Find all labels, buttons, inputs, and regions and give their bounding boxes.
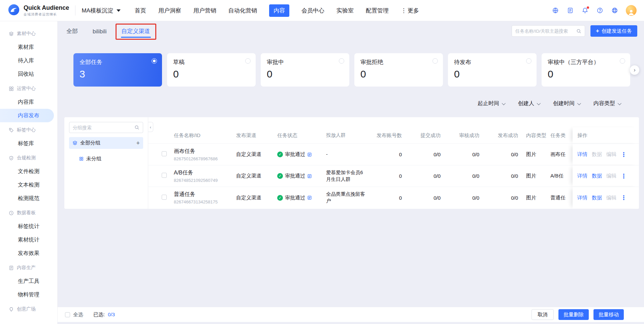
row-checkbox[interactable] — [162, 151, 167, 156]
help-icon[interactable] — [596, 7, 604, 14]
data-link[interactable]: 数据 — [592, 173, 602, 179]
search-icon[interactable] — [134, 125, 139, 130]
add-group-icon[interactable]: + — [136, 140, 140, 146]
detail-link[interactable]: 详情 — [577, 151, 587, 158]
batch-move-button[interactable]: 批量移动 — [593, 309, 624, 320]
sidebar-item-text-check[interactable]: 文本检测 — [0, 178, 57, 192]
brand: Quick Audience 全域消费者运营增长 — [7, 3, 69, 18]
sidebar-section-tag-center[interactable]: 标签中心 — [0, 123, 57, 137]
top-nav: 首页 用户洞察 用户营销 自动化营销 内容 会员中心 实验室 配置管理 ⋮ 更多 — [135, 4, 419, 17]
service-icon[interactable] — [552, 7, 559, 14]
status-card-rejected[interactable]: 审批拒绝 0 — [354, 53, 443, 87]
language-icon[interactable] — [611, 7, 618, 14]
cancel-button[interactable]: 取消 — [532, 309, 554, 320]
more-actions-icon[interactable]: ⋮ — [621, 194, 627, 201]
accounts-count: 0 — [368, 152, 404, 157]
tab-bilibili[interactable]: bilibili — [92, 22, 107, 41]
status-card-approving[interactable]: 审批中 0 — [261, 53, 349, 87]
sidebar-item-pending-storage[interactable]: 待入库 — [0, 54, 57, 67]
card-count: 3 — [79, 68, 156, 80]
sidebar-item-material-stats[interactable]: 素材统计 — [0, 233, 57, 247]
batch-delete-button[interactable]: 批量删除 — [558, 309, 589, 320]
filter-date-range[interactable]: 起止时间 — [478, 100, 505, 107]
sidebar-item-check-rules[interactable]: 检测规范 — [0, 192, 57, 205]
detail-link[interactable]: 详情 — [577, 195, 587, 201]
more-actions-icon[interactable]: ⋮ — [621, 151, 627, 158]
section-title: 创意广场 — [17, 306, 36, 312]
sidebar-item-tag-stats[interactable]: 标签统计 — [0, 220, 57, 233]
task-search-input[interactable] — [515, 29, 574, 34]
approval-record-icon[interactable] — [307, 195, 312, 200]
data-link[interactable]: 数据 — [592, 195, 602, 201]
detail-link[interactable]: 详情 — [577, 173, 587, 179]
radio-icon[interactable] — [245, 58, 251, 64]
nav-marketing-automation[interactable]: 自动化营销 — [228, 7, 257, 14]
sidebar-section-material-center[interactable]: 素材中心 — [0, 27, 57, 40]
more-actions-icon[interactable]: ⋮ — [621, 172, 627, 180]
search-icon[interactable] — [576, 29, 581, 34]
approval-record-icon[interactable] — [307, 174, 312, 179]
filter-content-type[interactable]: 内容类型 — [593, 100, 620, 107]
workspace-selector[interactable]: MA模板沉淀 — [82, 7, 121, 14]
filter-label: 创建时间 — [553, 100, 575, 107]
nav-content[interactable]: 内容 — [269, 4, 289, 17]
sidebar-item-content-library[interactable]: 内容库 — [0, 95, 57, 109]
tab-custom-channel[interactable]: 自定义渠道 — [121, 21, 151, 41]
filter-create-time[interactable]: 创建时间 — [553, 100, 580, 107]
published-count: 0/0 — [481, 195, 520, 201]
create-send-task-label: 创建发送任务 — [602, 28, 632, 34]
radio-icon[interactable] — [432, 58, 438, 64]
status-card-pending-publish[interactable]: 待发布 0 — [448, 53, 537, 87]
sidebar-section-compliance[interactable]: 合规检测 — [0, 151, 57, 165]
row-checkbox[interactable] — [162, 173, 167, 178]
radio-selected-icon[interactable] — [152, 58, 157, 64]
row-checkbox[interactable] — [162, 195, 167, 200]
app-name: Quick Audience — [24, 4, 69, 11]
tab-all[interactable]: 全部 — [66, 21, 78, 41]
sidebar-item-material-management[interactable]: 物料管理 — [0, 288, 57, 301]
status-card-third-party-review[interactable]: 审核中（三方平台） 0 — [542, 53, 630, 87]
sidebar-section-dashboard[interactable]: 数据看板 — [0, 206, 57, 220]
group-search-input[interactable] — [73, 125, 132, 130]
radio-icon[interactable] — [526, 58, 532, 64]
create-send-task-button[interactable]: + 创建发送任务 — [590, 25, 637, 37]
document-icon[interactable] — [567, 7, 574, 14]
nav-home[interactable]: 首页 — [135, 7, 146, 14]
approval-record-icon[interactable] — [307, 152, 312, 157]
table-row: A/B任务 826748521092560749 自定义渠道 ✓ 审批通过 爱慕… — [148, 165, 639, 187]
sidebar-section-creative-plaza[interactable]: 创意广场 — [0, 302, 57, 316]
nav-member-center[interactable]: 会员中心 — [301, 7, 324, 14]
notification-badge — [587, 6, 589, 9]
sidebar-item-recycle-bin[interactable]: 回收站 — [0, 67, 57, 81]
nav-user-insight[interactable]: 用户洞察 — [158, 7, 181, 14]
sidebar-item-production-tools[interactable]: 生产工具 — [0, 274, 57, 288]
user-avatar[interactable] — [626, 5, 637, 16]
status-card-all-tasks[interactable]: 全部任务 3 — [73, 53, 162, 87]
filter-creator[interactable]: 创建人 — [518, 100, 540, 107]
nav-user-marketing[interactable]: 用户营销 — [193, 7, 216, 14]
card-count: 0 — [548, 68, 624, 80]
audience: 爱慕爱加卡会员6月生日人群 — [326, 169, 368, 183]
nav-lab[interactable]: 实验室 — [336, 7, 354, 14]
radio-icon[interactable] — [620, 58, 625, 64]
notifications-icon[interactable] — [581, 7, 589, 14]
select-all-label: 全选 — [73, 312, 83, 318]
filter-label: 创建人 — [518, 100, 534, 107]
group-item-ungrouped[interactable]: 未分组 — [69, 153, 143, 165]
select-all-checkbox[interactable] — [65, 312, 70, 317]
nav-more[interactable]: ⋮ 更多 — [401, 7, 419, 14]
sidebar-section-operation-center[interactable]: 运营中心 — [0, 82, 57, 95]
reviewed-count: 0/0 — [443, 152, 481, 157]
status-card-draft[interactable]: 草稿 0 — [167, 53, 256, 87]
group-item-all[interactable]: 全部分组 + — [69, 137, 143, 149]
cards-scroll-right-button[interactable]: › — [630, 65, 639, 75]
sidebar-item-content-publish[interactable]: 内容发布 — [0, 109, 54, 122]
sidebar-section-content-production[interactable]: 内容生产 — [0, 261, 57, 274]
nav-config[interactable]: 配置管理 — [366, 7, 389, 14]
sidebar-item-tag-library[interactable]: 标签库 — [0, 137, 57, 150]
collapse-group-panel-button[interactable]: ‹ — [148, 122, 153, 132]
sidebar-item-file-check[interactable]: 文件检测 — [0, 165, 57, 178]
sidebar-item-material-library[interactable]: 素材库 — [0, 40, 57, 54]
sidebar-item-publish-effect[interactable]: 发布效果 — [0, 247, 57, 260]
radio-icon[interactable] — [339, 58, 344, 64]
